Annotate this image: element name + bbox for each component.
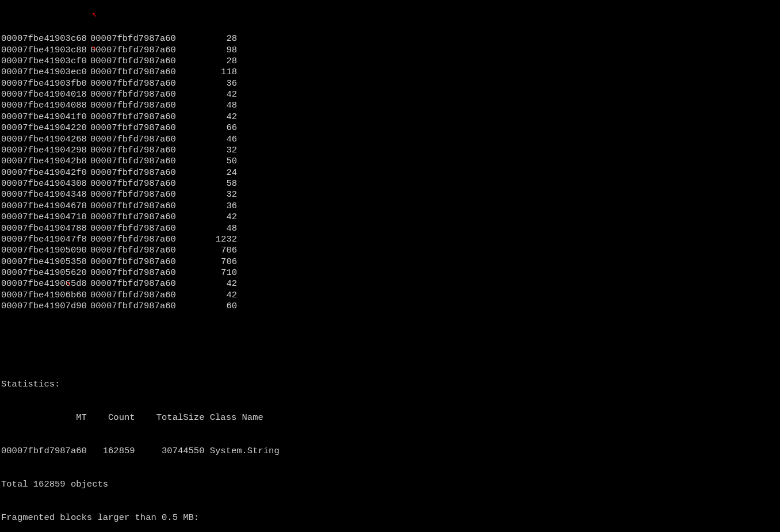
- heap-row: 00007fbe4190535800007fbfd7987a60706: [1, 257, 779, 267]
- heap-mt: 00007fbfd7987a60: [90, 45, 185, 56]
- heap-size: 42: [185, 278, 237, 289]
- heap-row: 00007fbe4190429800007fbfd7987a6032: [1, 145, 779, 156]
- heap-addr: 00007fbe41904308: [1, 178, 90, 189]
- heap-addr: 00007fbe419042b8: [1, 156, 90, 167]
- heap-row: 00007fbe41903c6800007fbfd7987a6028: [1, 33, 779, 44]
- heap-addr: 00007fbe41904348: [1, 189, 90, 200]
- heap-size: 60: [185, 301, 237, 312]
- heap-addr: 00007fbe41906b60: [1, 290, 90, 301]
- heap-row: 00007fbe419047f800007fbfd7987a601232: [1, 234, 779, 245]
- heap-mt: 00007fbfd7987a60: [90, 156, 185, 167]
- heap-mt: 00007fbfd7987a60: [90, 100, 185, 111]
- heap-addr: 00007fbe41903ec0: [1, 67, 90, 78]
- heap-size: 706: [185, 257, 237, 267]
- heap-row: 00007fbe419042b800007fbfd7987a6050: [1, 156, 779, 167]
- heap-size: 36: [185, 78, 237, 89]
- heap-mt: 00007fbfd7987a60: [90, 278, 185, 289]
- heap-addr: 00007fbe41907d90: [1, 301, 90, 312]
- heap-mt: 00007fbfd7987a60: [90, 56, 185, 67]
- statistics-row: 00007fbfd7987a60 162859 30744550 System.…: [1, 446, 779, 457]
- heap-row: 00007fbe41903ec000007fbfd7987a60118: [1, 67, 779, 78]
- terminal-output[interactable]: 00007fbe41903c6800007fbfd7987a602800007f…: [0, 0, 780, 532]
- heap-row: 00007fbe41903cf000007fbfd7987a6028: [1, 56, 779, 67]
- statistics-header: MT Count TotalSize Class Name: [1, 412, 779, 423]
- heap-row: 00007fbe41907d9000007fbfd7987a6060: [1, 301, 779, 312]
- heap-mt: 00007fbfd7987a60: [90, 290, 185, 301]
- heap-size: 42: [185, 212, 237, 223]
- heap-size: 50: [185, 156, 237, 167]
- heap-addr: 00007fbe41903c88: [1, 45, 90, 56]
- heap-size: 32: [185, 145, 237, 156]
- heap-addr: 00007fbe41903cf0: [1, 56, 90, 67]
- heap-mt: 00007fbfd7987a60: [90, 123, 185, 133]
- heap-row: 00007fbe41906b6000007fbfd7987a6042: [1, 290, 779, 301]
- heap-mt: 00007fbfd7987a60: [90, 267, 185, 278]
- heap-size: 98: [185, 45, 237, 56]
- heap-size: 42: [185, 112, 237, 123]
- heap-size: 24: [185, 167, 237, 178]
- total-objects: Total 162859 objects: [1, 479, 779, 490]
- heap-size: 48: [185, 100, 237, 111]
- heap-row: 00007fbe4190562000007fbfd7987a60710: [1, 267, 779, 278]
- heap-size: 42: [185, 89, 237, 100]
- heap-size: 42: [185, 290, 237, 301]
- heap-mt: 00007fbfd7987a60: [90, 257, 185, 267]
- heap-mt: 00007fbfd7987a60: [90, 212, 185, 223]
- heap-size: 28: [185, 56, 237, 67]
- heap-addr: 00007fbe419042f0: [1, 167, 90, 178]
- heap-row: 00007fbe4190426800007fbfd7987a6046: [1, 134, 779, 145]
- statistics-label: Statistics:: [1, 379, 779, 390]
- heap-row: 00007fbe4190509000007fbfd7987a60706: [1, 245, 779, 256]
- heap-mt: 00007fbfd7987a60: [90, 301, 185, 312]
- heap-addr: 00007fbe41904788: [1, 223, 90, 234]
- heap-size: 66: [185, 123, 237, 133]
- heap-row: 00007fbe4190401800007fbfd7987a6042: [1, 89, 779, 100]
- annotation-arrow-icon: ↖: [92, 10, 97, 20]
- heap-row: 00007fbe4190467800007fbfd7987a6036: [1, 201, 779, 212]
- heap-addr: 00007fbe41904088: [1, 100, 90, 111]
- heap-size: 48: [185, 223, 237, 234]
- heap-row: 00007fbe4190430800007fbfd7987a6058: [1, 178, 779, 189]
- heap-row: 00007fbe41903c8800007fbfd7987a6098: [1, 45, 779, 56]
- heap-mt: 00007fbfd7987a60: [90, 234, 185, 245]
- heap-addr: 00007fbe41904220: [1, 123, 90, 133]
- heap-mt: 00007fbfd7987a60: [90, 223, 185, 234]
- heap-addr: 00007fbe41903c68: [1, 33, 90, 44]
- heap-size: 58: [185, 178, 237, 189]
- heap-size: 1232: [185, 234, 237, 245]
- heap-mt: 00007fbfd7987a60: [90, 189, 185, 200]
- heap-mt: 00007fbfd7987a60: [90, 112, 185, 123]
- heap-mt: 00007fbfd7987a60: [90, 33, 185, 44]
- heap-addr: 00007fbe419047f8: [1, 234, 90, 245]
- heap-mt: 00007fbfd7987a60: [90, 67, 185, 78]
- heap-mt: 00007fbfd7987a60: [90, 245, 185, 256]
- heap-size: 710: [185, 267, 237, 278]
- heap-addr: 00007fbe41904678: [1, 201, 90, 212]
- heap-row: 00007fbe4190422000007fbfd7987a6066: [1, 123, 779, 133]
- heap-addr: 00007fbe41904298: [1, 145, 90, 156]
- heap-mt: 00007fbfd7987a60: [90, 89, 185, 100]
- heap-row: 00007fbe419041f000007fbfd7987a6042: [1, 112, 779, 123]
- heap-size: 118: [185, 67, 237, 78]
- heap-table: 00007fbe41903c6800007fbfd7987a602800007f…: [1, 33, 779, 312]
- fragmented-label: Fragmented blocks larger than 0.5 MB:: [1, 512, 779, 523]
- heap-addr: 00007fbe41905358: [1, 257, 90, 267]
- heap-size: 32: [185, 189, 237, 200]
- heap-addr: 00007fbe41903fb0: [1, 78, 90, 89]
- heap-addr: 00007fbe41905090: [1, 245, 90, 256]
- heap-addr: 00007fbe419041f0: [1, 112, 90, 123]
- heap-row: 00007fbe4190478800007fbfd7987a6048: [1, 223, 779, 234]
- heap-addr: 00007fbe41904718: [1, 212, 90, 223]
- heap-row: 00007fbe4190471800007fbfd7987a6042: [1, 212, 779, 223]
- heap-row: 00007fbe4190408800007fbfd7987a6048: [1, 100, 779, 111]
- heap-addr: 00007fbe419065d8: [1, 278, 90, 289]
- heap-addr: 00007fbe41904268: [1, 134, 90, 145]
- heap-row: 00007fbe4190434800007fbfd7987a6032: [1, 189, 779, 200]
- heap-addr: 00007fbe41904018: [1, 89, 90, 100]
- heap-row: 00007fbe419065d800007fbfd7987a6042: [1, 278, 779, 289]
- heap-mt: 00007fbfd7987a60: [90, 201, 185, 212]
- heap-mt: 00007fbfd7987a60: [90, 178, 185, 189]
- heap-mt: 00007fbfd7987a60: [90, 78, 185, 89]
- heap-size: 706: [185, 245, 237, 256]
- heap-mt: 00007fbfd7987a60: [90, 145, 185, 156]
